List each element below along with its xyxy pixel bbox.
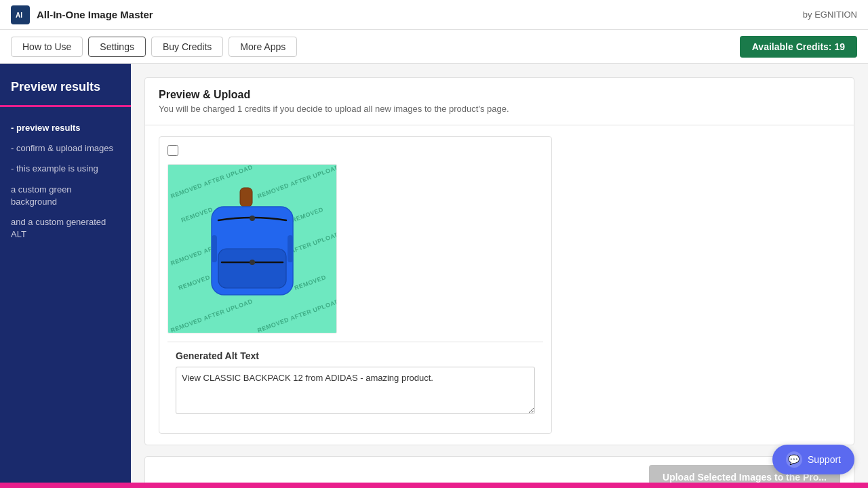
svg-point-6 xyxy=(250,260,255,265)
top-bar: AI All-In-One Image Master by EGNITION xyxy=(0,0,868,30)
product-image-container: REMOVED AFTER UPLOAD REMOVED AFTER UPLOA… xyxy=(167,164,337,333)
settings-button[interactable]: Settings xyxy=(88,37,146,57)
svg-point-7 xyxy=(250,216,255,221)
panel-subtitle: You will be charged 1 credits if you dec… xyxy=(159,104,840,114)
checkbox-row xyxy=(167,145,543,159)
app-icon: AI xyxy=(11,5,30,24)
panel-title: Preview & Upload xyxy=(159,89,840,101)
svg-rect-4 xyxy=(218,249,286,288)
alt-text-label: Generated Alt Text xyxy=(176,350,535,361)
sidebar-title: Preview results xyxy=(0,75,131,107)
sidebar-item-example-using[interactable]: - this example is using xyxy=(0,159,131,179)
sidebar-item-custom-bg[interactable]: a custom green background xyxy=(0,180,131,212)
sidebar-item-custom-alt[interactable]: and a custom generated ALT xyxy=(0,212,131,245)
sidebar-item-confirm-upload[interactable]: - confirm & upload images xyxy=(0,138,131,159)
alt-text-section: Generated Alt Text View CLASSIC BACKPACK… xyxy=(167,342,543,425)
product-checkbox[interactable] xyxy=(167,145,178,156)
sidebar-items: - preview results - confirm & upload ima… xyxy=(0,107,131,256)
credits-badge: Available Credits: 19 xyxy=(740,36,857,58)
image-background: REMOVED AFTER UPLOAD REMOVED AFTER UPLOA… xyxy=(168,165,336,333)
support-label: Support xyxy=(808,454,841,465)
alt-text-textarea[interactable]: View CLASSIC BACKPACK 12 from ADIDAS - a… xyxy=(176,367,535,414)
support-icon: 💬 xyxy=(786,451,802,468)
nav-bar: How to Use Settings Buy Credits More App… xyxy=(0,30,868,64)
svg-text:AI: AI xyxy=(16,12,22,19)
main-layout: Preview results - preview results - conf… xyxy=(0,64,868,483)
preview-upload-panel: Preview & Upload You will be charged 1 c… xyxy=(144,77,854,445)
panel-header: Preview & Upload You will be charged 1 c… xyxy=(145,78,854,125)
support-button[interactable]: 💬 Support xyxy=(772,445,854,474)
svg-rect-9 xyxy=(288,235,293,262)
backpack-image xyxy=(198,181,307,317)
how-to-use-button[interactable]: How to Use xyxy=(11,37,83,57)
app-name-label: All-In-One Image Master xyxy=(37,9,803,20)
product-card: REMOVED AFTER UPLOAD REMOVED AFTER UPLOA… xyxy=(159,136,552,434)
sidebar: Preview results - preview results - conf… xyxy=(0,64,131,483)
footer-strip xyxy=(0,483,868,488)
more-apps-button[interactable]: More Apps xyxy=(229,37,297,57)
sidebar-item-preview-results[interactable]: - preview results xyxy=(0,118,131,138)
content-area: Preview & Upload You will be charged 1 c… xyxy=(131,64,868,483)
buy-credits-button[interactable]: Buy Credits xyxy=(151,37,223,57)
bottom-action-panel: Upload Selected Images to the Pro... xyxy=(144,456,854,483)
by-label: by EGNITION xyxy=(803,9,857,20)
svg-rect-8 xyxy=(212,235,217,262)
svg-rect-2 xyxy=(240,188,252,207)
